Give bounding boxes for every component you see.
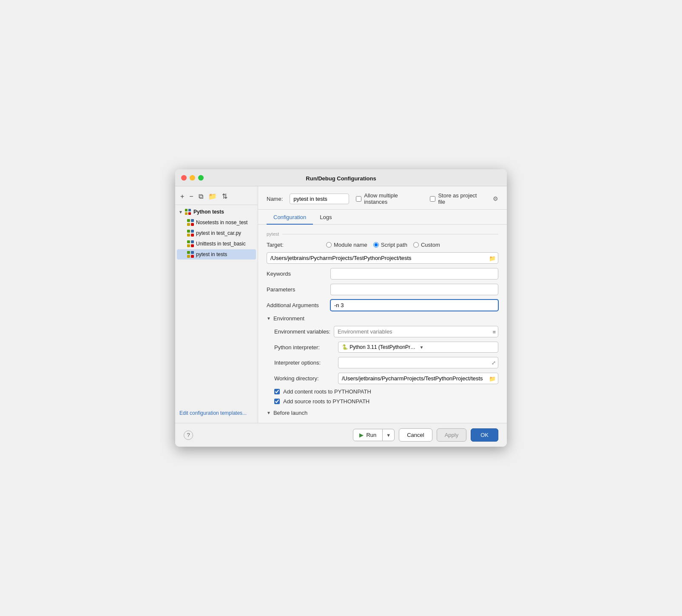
group-chevron-icon: ▼	[179, 210, 183, 214]
sidebar-toolbar: + − ⧉ 📁 ⇅	[175, 190, 258, 205]
minimize-button[interactable]	[190, 175, 195, 180]
target-script-label: Script path	[381, 242, 407, 248]
close-button[interactable]	[181, 175, 187, 180]
interpreter-options-label: Interpreter options:	[274, 359, 334, 366]
python-interpreter-label: Python interpreter:	[274, 344, 334, 351]
interpreter-options-input[interactable]	[338, 357, 498, 368]
svg-rect-15	[191, 244, 194, 247]
svg-rect-14	[187, 244, 190, 247]
sidebar-item-pytest-tests-label: pytest in tests	[196, 251, 227, 257]
cancel-button[interactable]: Cancel	[399, 428, 432, 442]
header-checkboxes: Allow multiple instances Store as projec…	[356, 192, 498, 205]
svg-rect-8	[187, 230, 190, 233]
name-input[interactable]	[290, 194, 349, 204]
svg-rect-6	[187, 223, 190, 226]
dialog-body: + − ⧉ 📁 ⇅ ▼ Pyth	[175, 186, 507, 423]
dialog-title: Run/Debug Configurations	[182, 175, 500, 182]
svg-rect-11	[191, 234, 194, 237]
sidebar-item-nosetests-label: Nosetests in nose_test	[196, 220, 247, 225]
keywords-input[interactable]	[330, 268, 498, 279]
sidebar-item-unittests[interactable]: Unittests in test_basic	[177, 239, 256, 249]
sidebar-item-unittests-label: Unittests in test_basic	[196, 241, 246, 247]
tree-section: ▼ Python tests	[175, 207, 258, 407]
svg-rect-0	[185, 209, 188, 211]
svg-rect-7	[191, 223, 194, 226]
remove-configuration-button[interactable]: −	[188, 192, 195, 201]
run-debug-dialog: Run/Debug Configurations + − ⧉ 📁 ⇅ ▼	[175, 169, 507, 447]
sort-button[interactable]: ⇅	[220, 191, 229, 201]
store-as-project-label[interactable]: Store as project file	[430, 192, 485, 205]
keywords-label: Keywords	[267, 271, 326, 277]
path-folder-button[interactable]: 📁	[489, 255, 496, 261]
target-module-radio[interactable]	[326, 242, 332, 248]
working-directory-input[interactable]	[338, 373, 498, 384]
svg-rect-1	[188, 209, 191, 211]
sidebar-item-nosetests[interactable]: Nosetests in nose_test	[177, 217, 256, 228]
tree-group-label: Python tests	[193, 209, 224, 215]
sidebar-item-pytest-car[interactable]: pytest in test_car.py	[177, 228, 256, 238]
target-custom-label: Custom	[421, 242, 440, 248]
sidebar-item-pytest-tests[interactable]: pytest in tests	[177, 249, 256, 260]
tab-logs[interactable]: Logs	[313, 210, 338, 225]
before-launch-header[interactable]: ▼ Before launch	[267, 410, 498, 416]
edit-templates-link[interactable]: Edit configuration templates...	[175, 407, 258, 419]
path-input-wrap: 📁	[267, 252, 498, 264]
add-content-roots-checkbox[interactable]	[274, 389, 280, 394]
python-tests-group-icon	[185, 208, 191, 215]
tree-group-python-tests[interactable]: ▼ Python tests	[175, 207, 258, 217]
parameters-input[interactable]	[330, 284, 498, 295]
sidebar-item-pytest-car-label: pytest in test_car.py	[196, 230, 241, 236]
environment-header[interactable]: ▼ Environment	[267, 315, 498, 322]
tab-configuration[interactable]: Configuration	[267, 210, 313, 225]
target-script-radio[interactable]	[373, 242, 379, 248]
path-input[interactable]	[267, 252, 498, 264]
env-vars-label: Environment variables:	[274, 328, 334, 335]
apply-button[interactable]: Apply	[437, 428, 467, 442]
python-interpreter-select[interactable]: 🐍 Python 3.11 (TestPythonProject) ~/Pych…	[338, 342, 498, 353]
env-vars-input[interactable]	[334, 326, 498, 337]
store-as-project-checkbox[interactable]	[430, 196, 435, 202]
add-source-roots-label[interactable]: Add source roots to PYTHONPATH	[283, 398, 369, 405]
run-dropdown-button[interactable]: ▼	[382, 429, 394, 441]
add-configuration-button[interactable]: +	[179, 192, 186, 201]
env-vars-input-wrap: ≡	[334, 326, 498, 337]
allow-multiple-label[interactable]: Allow multiple instances	[356, 192, 422, 205]
svg-rect-4	[187, 219, 190, 222]
svg-rect-17	[191, 251, 194, 254]
folder-button[interactable]: 📁	[207, 191, 219, 201]
maximize-button[interactable]	[198, 175, 204, 180]
run-main-button[interactable]: ▶ Run	[353, 429, 382, 441]
add-source-roots-row: Add source roots to PYTHONPATH	[267, 398, 498, 405]
play-icon: ▶	[359, 432, 364, 438]
svg-rect-3	[188, 212, 191, 215]
working-directory-label: Working directory:	[274, 375, 334, 382]
target-custom-option[interactable]: Custom	[413, 242, 440, 248]
target-script-option[interactable]: Script path	[373, 242, 407, 248]
target-module-option[interactable]: Module name	[326, 242, 367, 248]
target-radio-group: Module name Script path Custom	[326, 242, 440, 248]
env-vars-edit-button[interactable]: ≡	[492, 328, 496, 335]
interpreter-options-row: Interpreter options: ⤢	[267, 357, 498, 368]
target-custom-radio[interactable]	[413, 242, 419, 248]
svg-rect-13	[191, 240, 194, 243]
gear-icon[interactable]: ⚙	[493, 195, 498, 202]
additional-args-input[interactable]	[330, 299, 498, 311]
name-label: Name:	[267, 196, 283, 202]
environment-subsection: ▼ Environment Environment variables: ≡ P…	[267, 315, 498, 405]
before-launch-label: Before launch	[273, 410, 307, 416]
path-row: 📁	[267, 252, 498, 264]
title-bar: Run/Debug Configurations	[175, 169, 507, 186]
interpreter-options-expand-button[interactable]: ⤢	[492, 360, 496, 366]
pytest-section-label: pytest	[267, 231, 498, 237]
additional-args-label: Additional Arguments	[267, 302, 326, 308]
add-content-roots-label[interactable]: Add content roots to PYTHONPATH	[283, 388, 371, 395]
help-button[interactable]: ?	[184, 431, 193, 440]
ok-button[interactable]: OK	[471, 428, 498, 442]
config-panel: pytest Target: Module name Script path	[258, 225, 507, 423]
add-source-roots-checkbox[interactable]	[274, 399, 280, 404]
copy-configuration-button[interactable]: ⧉	[197, 192, 205, 201]
working-directory-row: Working directory: 📁	[267, 373, 498, 384]
environment-label: Environment	[273, 315, 304, 322]
working-directory-folder-button[interactable]: 📁	[489, 375, 496, 382]
allow-multiple-checkbox[interactable]	[356, 196, 361, 202]
